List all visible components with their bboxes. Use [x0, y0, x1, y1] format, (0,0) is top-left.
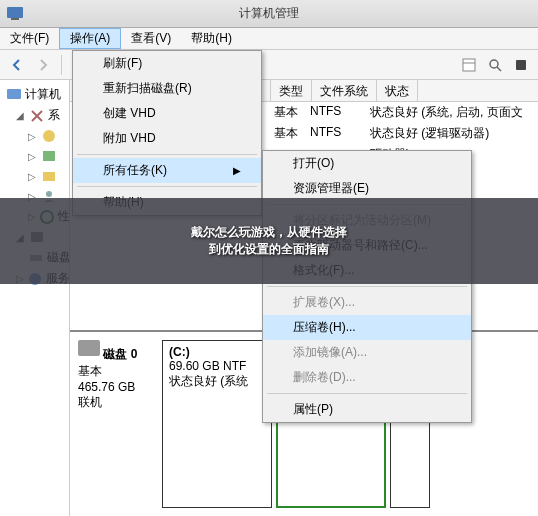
- expand-icon[interactable]: ▷: [28, 171, 38, 182]
- tree-label: 系: [48, 107, 60, 124]
- menu-help[interactable]: 帮助(H): [181, 28, 242, 49]
- svg-rect-1: [11, 18, 19, 20]
- submenu-properties[interactable]: 属性(P): [263, 397, 471, 422]
- app-icon: [6, 4, 24, 22]
- wrench-icon: [29, 108, 45, 124]
- menu-bar: 文件(F) 操作(A) 查看(V) 帮助(H): [0, 28, 538, 50]
- settings-icon[interactable]: [510, 54, 532, 76]
- tree-root[interactable]: 计算机: [2, 84, 67, 105]
- svg-rect-9: [516, 60, 526, 70]
- submenu-extend: 扩展卷(X)...: [263, 290, 471, 315]
- tree-item[interactable]: ▷: [2, 126, 67, 146]
- menu-action[interactable]: 操作(A): [59, 28, 121, 49]
- col-type[interactable]: 类型: [271, 80, 312, 101]
- menu-separator: [77, 186, 257, 187]
- svg-rect-10: [7, 89, 21, 99]
- forward-button[interactable]: [32, 54, 54, 76]
- overlay-line2: 到优化设置的全面指南: [209, 241, 329, 258]
- menu-rescan[interactable]: 重新扫描磁盘(R): [73, 76, 261, 101]
- submenu-shrink[interactable]: 压缩卷(H)...: [263, 315, 471, 340]
- folder-icon: [41, 168, 57, 184]
- event-icon: [41, 148, 57, 164]
- collapse-icon[interactable]: ◢: [16, 110, 26, 121]
- view-icon[interactable]: [458, 54, 480, 76]
- tree-system[interactable]: ◢ 系: [2, 105, 67, 126]
- submenu-arrow-icon: ▶: [233, 165, 241, 176]
- disk-label: 磁盘 0: [103, 347, 137, 361]
- computer-icon: [6, 87, 22, 103]
- menu-separator: [77, 154, 257, 155]
- svg-point-14: [46, 191, 52, 197]
- scheduler-icon: [41, 128, 57, 144]
- menu-view[interactable]: 查看(V): [121, 28, 181, 49]
- svg-point-7: [490, 60, 498, 68]
- disk-state: 联机: [78, 395, 102, 409]
- menu-separator: [267, 286, 467, 287]
- menu-refresh[interactable]: 刷新(F): [73, 51, 261, 76]
- submenu-mirror: 添加镜像(A)...: [263, 340, 471, 365]
- action-menu-dropdown: 刷新(F) 重新扫描磁盘(R) 创建 VHD 附加 VHD 所有任务(K)▶ 帮…: [72, 50, 262, 216]
- submenu-delete: 删除卷(D)...: [263, 365, 471, 390]
- overlay-banner: 戴尔怎么玩游戏，从硬件选择 到优化设置的全面指南: [0, 198, 538, 284]
- disk-info[interactable]: 磁盘 0 基本 465.76 GB 联机: [78, 340, 158, 508]
- svg-rect-5: [463, 59, 475, 71]
- tree-item[interactable]: ▷: [2, 166, 67, 186]
- all-tasks-submenu: 打开(O) 资源管理器(E) 将分区标记为活动分区(M) 更改驱动器号和路径(C…: [262, 150, 472, 423]
- menu-all-tasks[interactable]: 所有任务(K)▶: [73, 158, 261, 183]
- submenu-open[interactable]: 打开(O): [263, 151, 471, 176]
- window-title: 计算机管理: [239, 5, 299, 22]
- disk-device-icon: [78, 340, 100, 356]
- menu-separator: [267, 393, 467, 394]
- menu-attach-vhd[interactable]: 附加 VHD: [73, 126, 261, 151]
- svg-rect-0: [7, 7, 23, 18]
- col-status[interactable]: 状态: [377, 80, 418, 101]
- overlay-line1: 戴尔怎么玩游戏，从硬件选择: [191, 224, 347, 241]
- expand-icon[interactable]: ▷: [28, 131, 38, 142]
- svg-rect-13: [43, 172, 55, 181]
- svg-point-11: [43, 130, 55, 142]
- navigation-tree[interactable]: 计算机 ◢ 系 ▷ ▷ ▷ ▷ ▷性能 ◢ 磁盘管 ▷服务和应: [0, 80, 70, 516]
- svg-line-8: [497, 67, 501, 71]
- search-icon[interactable]: [484, 54, 506, 76]
- partition-c[interactable]: (C:) 69.60 GB NTF 状态良好 (系统: [162, 340, 272, 508]
- col-fs[interactable]: 文件系统: [312, 80, 377, 101]
- expand-icon[interactable]: ▷: [28, 151, 38, 162]
- disk-type: 基本: [78, 364, 102, 378]
- disk-size: 465.76 GB: [78, 380, 135, 394]
- menu-file[interactable]: 文件(F): [0, 28, 59, 49]
- title-bar: 计算机管理: [0, 0, 538, 28]
- tree-item[interactable]: ▷: [2, 146, 67, 166]
- tree-label: 计算机: [25, 86, 61, 103]
- menu-create-vhd[interactable]: 创建 VHD: [73, 101, 261, 126]
- back-button[interactable]: [6, 54, 28, 76]
- svg-rect-12: [43, 151, 55, 161]
